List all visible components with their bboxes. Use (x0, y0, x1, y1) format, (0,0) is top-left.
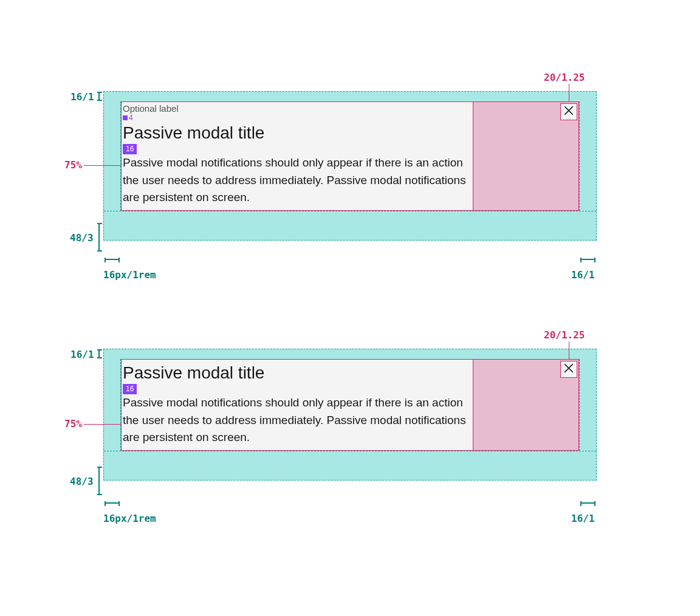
close-area (473, 359, 579, 451)
close-button[interactable] (560, 103, 577, 120)
anno-bottom-padding-2: 48/3 (70, 476, 94, 487)
modal-label: Optional label (122, 102, 473, 114)
bottom-padding-region (104, 451, 596, 480)
anno-close-size-2: 20/1.25 (544, 329, 585, 341)
bracket-left-2 (105, 502, 120, 504)
close-button[interactable] (560, 361, 577, 378)
title-gap-value: 16 (123, 384, 137, 395)
bracket-left (105, 259, 120, 260)
gap-annotation-16: 16 (122, 384, 473, 395)
anno-bottom-padding: 48/3 (70, 232, 94, 244)
bracket-top (98, 92, 100, 101)
leader-75-2 (84, 424, 122, 425)
anno-right-padding-2: 16/1 (571, 513, 595, 524)
anno-right-padding: 16/1 (571, 269, 595, 281)
modal-title: Passive modal title (122, 122, 473, 144)
bracket-right (580, 259, 595, 260)
modal-outline: Optional label 4 Passive modal title 16 … (103, 91, 597, 241)
bracket-right-2 (580, 502, 595, 504)
bracket-bottom (98, 223, 100, 252)
bottom-padding-region (104, 211, 596, 240)
modal-content: Passive modal title 16 Passive modal not… (121, 359, 473, 451)
anno-close-size: 20/1.25 (544, 72, 585, 83)
anno-left-padding: 16px/1rem (103, 269, 156, 281)
bracket-top-2 (98, 349, 100, 358)
right-padding-region (579, 359, 596, 451)
modal-body: Passive modal notifications should only … (122, 394, 473, 450)
left-padding-region (104, 101, 121, 211)
left-padding-region (104, 359, 121, 451)
leader-close (569, 84, 569, 102)
title-gap-value: 16 (123, 144, 137, 155)
anno-content-width: 75% (64, 159, 82, 171)
gap-annotation-16: 16 (122, 144, 473, 155)
modal-body: Passive modal notifications should only … (122, 154, 473, 210)
leader-close-2 (569, 341, 569, 360)
modal-title: Passive modal title (122, 360, 473, 384)
top-padding-region (104, 349, 596, 359)
anno-content-width-2: 75% (64, 418, 82, 429)
anno-top-padding: 16/1 (70, 91, 94, 103)
leader-75 (84, 165, 122, 166)
close-area (473, 101, 579, 211)
bracket-bottom-2 (98, 467, 100, 495)
anno-left-padding-2: 16px/1rem (103, 513, 156, 524)
modal-spec-with-label: Optional label 4 Passive modal title 16 … (103, 91, 597, 241)
gap-value: 4 (129, 114, 133, 122)
gap-swatch (123, 115, 128, 120)
modal-spec-without-label: Passive modal title 16 Passive modal not… (103, 349, 597, 481)
modal-content: Optional label 4 Passive modal title 16 … (121, 101, 473, 211)
top-padding-region (104, 92, 596, 101)
close-icon (563, 363, 574, 376)
close-icon (563, 105, 574, 118)
gap-annotation-4: 4 (122, 114, 473, 122)
modal-outline: Passive modal title 16 Passive modal not… (103, 349, 597, 481)
right-padding-region (579, 101, 596, 211)
anno-top-padding-2: 16/1 (70, 349, 94, 360)
